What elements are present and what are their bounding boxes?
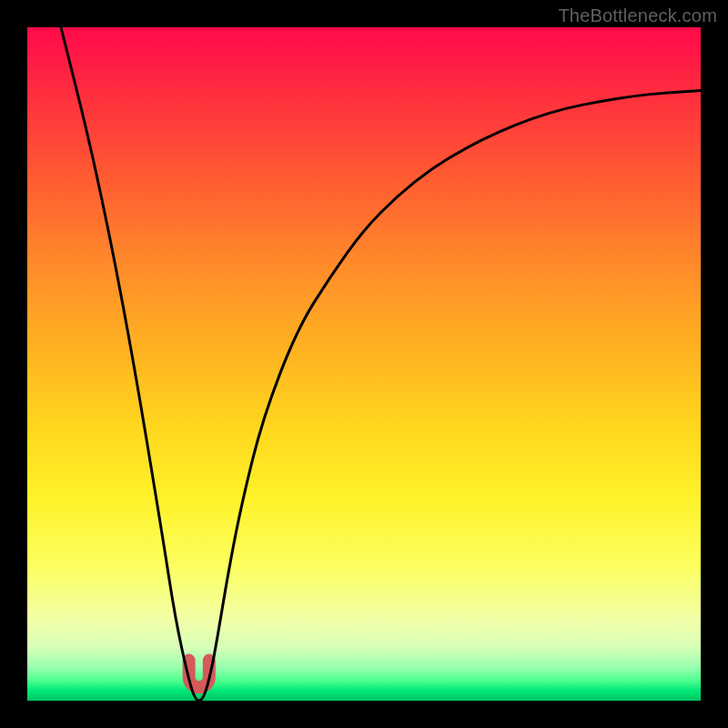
- curve-line: [61, 27, 701, 701]
- valley-marker: [189, 661, 209, 688]
- watermark-text: TheBottleneck.com: [558, 5, 717, 26]
- chart-svg: [27, 27, 701, 701]
